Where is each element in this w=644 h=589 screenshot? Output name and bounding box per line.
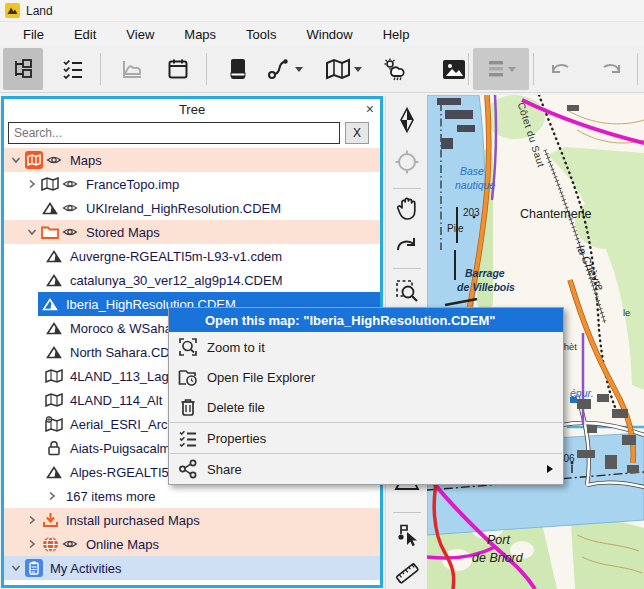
- title-bar: Land: [0, 0, 644, 22]
- toolbar-separator: [100, 53, 101, 85]
- tree-panel-title: Tree: [179, 102, 205, 117]
- image-icon: [442, 59, 466, 80]
- pan-hand-button[interactable]: [390, 192, 424, 226]
- calendar-icon: [166, 57, 190, 81]
- weather-icon: [383, 57, 409, 81]
- tree-item-install-purchased[interactable]: Install purchased Maps: [4, 508, 380, 532]
- map-file-icon: [44, 367, 64, 385]
- undo-button[interactable]: [542, 48, 582, 90]
- chevron-right-icon[interactable]: [24, 176, 40, 192]
- tree-item-label: 4LAND_114_Alt: [70, 393, 162, 408]
- undo-icon: [549, 59, 575, 79]
- toolbar-separator: [468, 53, 469, 85]
- ruler-icon: [394, 560, 420, 586]
- tree-item-label: Maps: [70, 153, 102, 168]
- context-menu-open-file-explorer[interactable]: Open File Explorer: [169, 362, 563, 392]
- statistics-button[interactable]: [112, 48, 152, 90]
- redo-icon: [597, 59, 623, 79]
- toolbar-separator: [393, 268, 421, 269]
- list-options-button[interactable]: [473, 48, 529, 90]
- context-menu-open-map[interactable]: Open this map: "Iberia_HighResolution.CD…: [169, 308, 563, 332]
- tree-item-stored-maps[interactable]: Stored Maps: [4, 220, 380, 244]
- submenu-arrow-icon: [547, 465, 553, 473]
- menu-tools[interactable]: Tools: [231, 24, 291, 45]
- eye-icon[interactable]: [60, 200, 80, 216]
- measure-ruler-button[interactable]: [390, 556, 424, 589]
- eye-icon[interactable]: [60, 224, 80, 240]
- rotate-view-button[interactable]: [390, 228, 424, 262]
- main-toolbar: [0, 46, 644, 93]
- eye-icon[interactable]: [60, 176, 80, 192]
- close-panel-icon[interactable]: ×: [366, 101, 374, 117]
- search-clear-button[interactable]: X: [345, 122, 369, 144]
- elevation-file-icon: [44, 247, 64, 265]
- route-dropdown-caret: [295, 67, 303, 72]
- elevation-file-icon: [44, 319, 64, 337]
- search-input[interactable]: [8, 122, 340, 144]
- chevron-right-icon[interactable]: [24, 512, 40, 528]
- tree-item-label: Aerial_ESRI_Arc: [70, 417, 168, 432]
- menu-edit[interactable]: Edit: [59, 24, 111, 45]
- rotate-arrow-icon: [394, 236, 420, 254]
- tree-item-online-maps[interactable]: Online Maps: [4, 532, 380, 556]
- tree-item-francetopo[interactable]: FranceTopo.imp: [4, 172, 380, 196]
- redo-button[interactable]: [590, 48, 630, 90]
- tree-item-label: North Sahara.CD: [70, 345, 170, 360]
- menu-view[interactable]: View: [111, 24, 169, 45]
- map-file-icon: [40, 175, 60, 193]
- weather-button[interactable]: [376, 48, 416, 90]
- window-title: Land: [26, 4, 53, 18]
- route-icon: [266, 57, 292, 81]
- menu-file[interactable]: File: [8, 24, 59, 45]
- tree-item-label: Alpes-RGEALTI5: [70, 465, 169, 480]
- tree-item-label: FranceTopo.imp: [86, 177, 179, 192]
- tree-item-more[interactable]: 167 items more: [4, 484, 380, 508]
- eye-icon[interactable]: [60, 536, 80, 552]
- folder-icon: [40, 223, 60, 241]
- chevron-down-icon[interactable]: [8, 152, 24, 168]
- gps-target-button[interactable]: [390, 145, 424, 179]
- menu-bar: File Edit View Maps Tools Window Help: [0, 22, 644, 46]
- menu-window[interactable]: Window: [291, 24, 367, 45]
- share-icon: [177, 459, 199, 479]
- context-menu-delete-file[interactable]: Delete file: [169, 392, 563, 422]
- tree-item-ukireland[interactable]: UKIreland_HighResolution.CDEM: [4, 196, 380, 220]
- calendar-button[interactable]: [158, 48, 198, 90]
- compass-button[interactable]: [390, 103, 424, 137]
- file-explorer-icon: [177, 367, 199, 387]
- chevron-right-icon[interactable]: [44, 488, 60, 504]
- menu-help[interactable]: Help: [368, 24, 425, 45]
- lock-icon: [44, 439, 64, 457]
- menu-maps[interactable]: Maps: [169, 24, 231, 45]
- track-checklist-button[interactable]: [53, 48, 93, 90]
- tree-item-catalunya[interactable]: catalunya_30_ver12_alg9p14.CDEM: [4, 268, 380, 292]
- chevron-down-icon[interactable]: [8, 560, 24, 576]
- tree-item-maps[interactable]: Maps: [4, 148, 380, 172]
- context-menu-zoom-to-it[interactable]: Zoom to it: [169, 332, 563, 362]
- tree-search-row: X: [4, 120, 380, 148]
- elevation-file-icon: [40, 295, 60, 313]
- context-menu-item-label: Delete file: [207, 400, 265, 415]
- zoom-area-button[interactable]: [390, 274, 424, 308]
- context-menu-item-label: Zoom to it: [207, 340, 265, 355]
- context-menu: Open this map: "Iberia_HighResolution.CD…: [168, 307, 564, 485]
- tree-item-label: catalunya_30_ver12_alg9p14.CDEM: [70, 273, 282, 288]
- context-menu-properties[interactable]: Properties: [169, 423, 563, 453]
- app-logo-icon: [5, 3, 20, 18]
- tree-item-auvergne[interactable]: Auvergne-RGEALTI5m-L93-v1.cdem: [4, 244, 380, 268]
- context-menu-item-label: Open File Explorer: [207, 370, 315, 385]
- book-icon: [227, 57, 249, 81]
- toolbar-separator: [393, 188, 421, 189]
- toolbar-separator: [637, 53, 638, 85]
- tree-view-button[interactable]: [3, 48, 43, 90]
- data-book-button[interactable]: [218, 48, 258, 90]
- open-map-button[interactable]: [320, 48, 366, 90]
- eye-icon[interactable]: [44, 152, 64, 168]
- route-tool-button[interactable]: [260, 48, 308, 90]
- tree-item-my-activities[interactable]: My Activities: [4, 556, 380, 580]
- chevron-down-icon[interactable]: [24, 224, 40, 240]
- tree-item-label: Online Maps: [86, 537, 159, 552]
- chevron-right-icon[interactable]: [24, 536, 40, 552]
- context-menu-share[interactable]: Share: [169, 454, 563, 484]
- select-waypoint-button[interactable]: [390, 518, 424, 552]
